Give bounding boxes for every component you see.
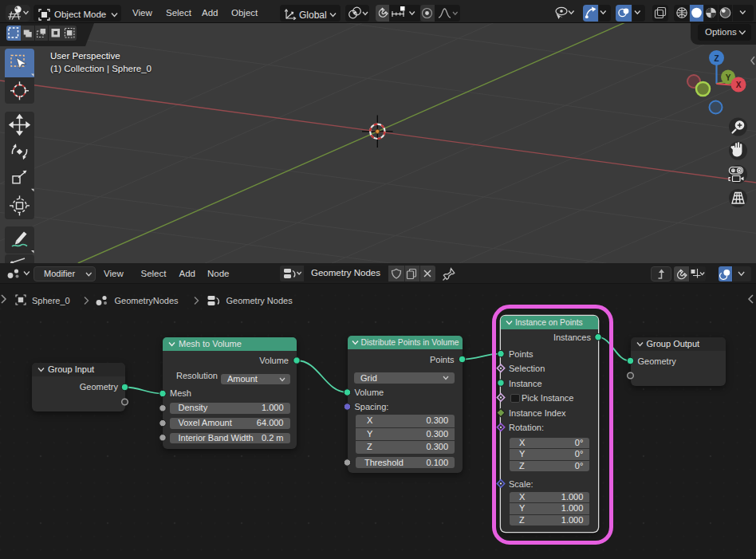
- svg-text:Z: Z: [714, 54, 719, 63]
- svg-text:X: X: [736, 81, 742, 89]
- svg-text:Y: Y: [726, 73, 731, 82]
